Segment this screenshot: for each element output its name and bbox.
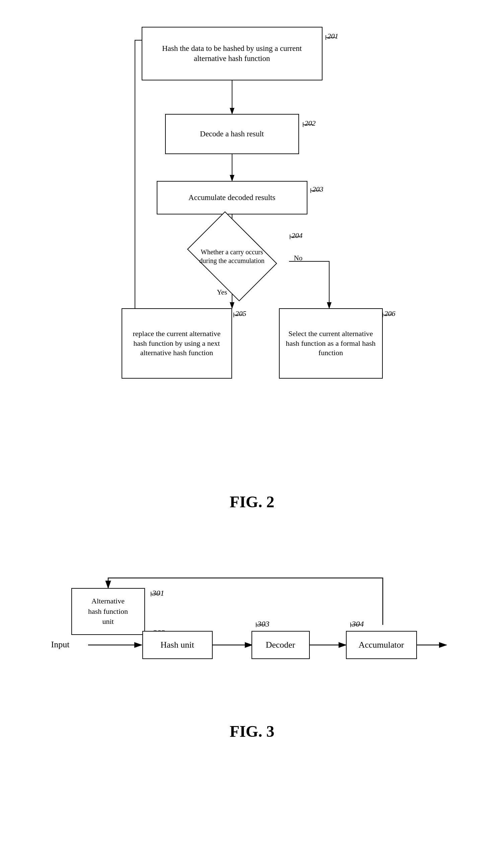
- yes-label: Yes: [217, 288, 228, 297]
- num-206: 206: [384, 309, 396, 318]
- fig2-section: Hash the data to be hashed by using a cu…: [0, 0, 504, 531]
- alt-hash-unit-box: Alternative hash function unit: [71, 588, 145, 635]
- hash-unit-box: Hash unit: [142, 631, 213, 659]
- box-202: Decode a hash result: [165, 114, 299, 154]
- accumulator-box: Accumulator: [346, 631, 417, 659]
- diamond-204: Whether a carry occurs during the accumu…: [179, 228, 286, 285]
- num-303: 303: [257, 619, 270, 629]
- no-label: No: [294, 254, 303, 262]
- num-203: 203: [312, 185, 324, 194]
- fig2-caption: FIG. 2: [230, 493, 274, 511]
- blockdiag-fig3: Alternative hash function unit 301 302 I…: [35, 544, 470, 712]
- box-201: Hash the data to be hashed by using a cu…: [142, 27, 323, 81]
- fig3-section: Alternative hash function unit 301 302 I…: [0, 531, 504, 760]
- input-label: Input: [51, 639, 70, 650]
- page: Hash the data to be hashed by using a cu…: [0, 0, 504, 843]
- num-201: 201: [327, 32, 339, 40]
- box-203: Accumulate decoded results: [157, 181, 307, 214]
- num-304: 304: [352, 619, 364, 629]
- num-205: 205: [235, 309, 247, 318]
- num-202: 202: [305, 119, 316, 128]
- flowchart-fig2: Hash the data to be hashed by using a cu…: [102, 13, 403, 482]
- decoder-box: Decoder: [252, 631, 310, 659]
- box-205: replace the current alternative hash fun…: [122, 308, 232, 379]
- num-204: 204: [292, 231, 303, 240]
- fig3-caption: FIG. 3: [230, 722, 274, 740]
- box-206: Select the current alternative hash func…: [279, 308, 383, 379]
- num-301: 301: [152, 589, 164, 598]
